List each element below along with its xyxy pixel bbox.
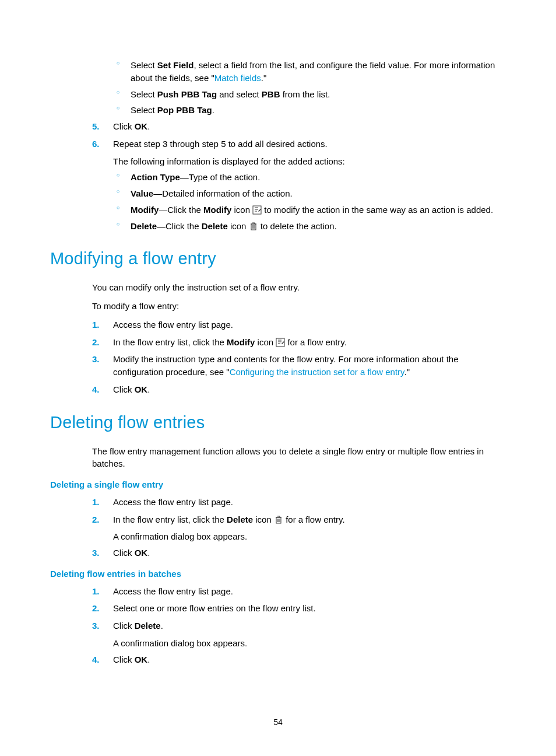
content: Select Set Field, select a field from th… — [92, 59, 506, 666]
text: icon — [255, 337, 276, 347]
step-number: 2. — [92, 602, 100, 615]
text: . — [147, 384, 150, 394]
step-6: 6. Repeat step 3 through step 5 to add a… — [92, 138, 506, 150]
list-item: Select Pop PBB Tag. — [113, 104, 506, 117]
bold-text: PBB — [262, 89, 280, 99]
paragraph: To modify a flow entry: — [92, 300, 506, 313]
step-number: 1. — [92, 318, 100, 331]
paragraph: A confirmation dialog box appears. — [113, 530, 506, 543]
text: Select — [131, 60, 157, 70]
paragraph: The flow entry management function allow… — [92, 445, 506, 471]
step-2: 2. In the flow entry list, click the Del… — [92, 513, 506, 526]
text: . — [147, 548, 150, 558]
step-3: 3. Modify the instruction type and conte… — [92, 353, 506, 379]
text: Click — [113, 654, 135, 664]
text: . — [212, 105, 214, 115]
text: and select — [217, 89, 262, 99]
link-configuring-instruction-set[interactable]: Configuring the instruction set for a fl… — [230, 367, 404, 377]
bold-text: Delete — [227, 514, 253, 524]
step-number: 2. — [92, 336, 100, 349]
text: to modify the action in the same way as … — [262, 205, 493, 215]
bold-text: Delete — [202, 221, 228, 231]
step-4: 4. Click OK. — [92, 383, 506, 396]
text: —Type of the action. — [180, 172, 261, 182]
step-number: 4. — [92, 653, 100, 666]
bold-text: Modify — [227, 337, 255, 347]
text: icon — [253, 514, 274, 524]
step-number: 6. — [92, 138, 100, 150]
step-2: 2. In the flow entry list, click the Mod… — [92, 336, 506, 349]
text: Click — [113, 121, 135, 131]
text: Select — [131, 105, 157, 115]
step-1: 1. Access the flow entry list page. — [92, 318, 506, 331]
text: —Click the — [159, 205, 203, 215]
bold-text: Delete — [131, 221, 157, 231]
bold-text: Modify — [131, 205, 159, 215]
heading-delete-single: Deleting a single flow entry — [50, 478, 506, 491]
list-item: Modify—Click the Modify icon to modify t… — [113, 204, 506, 216]
list-item: Delete—Click the Delete icon to delete t… — [113, 220, 506, 233]
bold-text: OK — [135, 548, 148, 558]
document-page: Select Set Field, select a field from th… — [0, 0, 556, 756]
bold-text: OK — [135, 384, 148, 394]
text: . — [147, 121, 150, 131]
step-1: 1. Access the flow entry list page. — [92, 585, 506, 598]
paragraph: The following information is displayed f… — [113, 155, 506, 168]
step-3: 3. Click Delete. — [92, 620, 506, 632]
step-number: 4. — [92, 383, 100, 396]
bold-text: OK — [135, 654, 148, 664]
text: Access the flow entry list page. — [113, 586, 233, 596]
bold-text: Value — [131, 188, 153, 198]
step-number: 3. — [92, 620, 100, 632]
text: Select — [131, 89, 157, 99]
step-number: 2. — [92, 513, 100, 526]
heading-modifying: Modifying a flow entry — [50, 246, 506, 271]
paragraph: A confirmation dialog box appears. — [113, 637, 506, 650]
text: to delete the action. — [258, 221, 337, 231]
bold-text: Pop PBB Tag — [157, 105, 212, 115]
text: for a flow entry. — [283, 514, 345, 524]
text: In the flow entry list, click the — [113, 337, 227, 347]
text: Select one or more flow entries on the f… — [113, 603, 316, 613]
text: ." — [261, 73, 267, 83]
text: for a flow entry. — [285, 337, 347, 347]
step-3: 3. Click OK. — [92, 547, 506, 559]
page-number: 54 — [0, 716, 556, 728]
text: Repeat step 3 through step 5 to add all … — [113, 139, 328, 149]
text: In the flow entry list, click the — [113, 514, 227, 524]
step-number: 1. — [92, 585, 100, 598]
bold-text: Action Type — [131, 172, 180, 182]
step-5: 5. Click OK. — [92, 120, 506, 133]
list-item: Value—Detailed information of the action… — [113, 187, 506, 200]
paragraph: You can modify only the instruction set … — [92, 281, 506, 294]
step-2: 2. Select one or more flow entries on th… — [92, 602, 506, 615]
text: Access the flow entry list page. — [113, 497, 233, 507]
bold-text: Set Field — [157, 60, 194, 70]
text: Click — [113, 621, 135, 631]
text: icon — [231, 205, 252, 215]
text: icon — [228, 221, 249, 231]
list-item: Select Push PBB Tag and select PBB from … — [113, 88, 506, 101]
step-number: 3. — [92, 547, 100, 559]
delete-icon — [249, 222, 258, 231]
heading-deleting: Deleting flow entries — [50, 410, 506, 435]
text: Click — [113, 384, 135, 394]
step-1: 1. Access the flow entry list page. — [92, 496, 506, 509]
text: from the list. — [280, 89, 330, 99]
text: Click — [113, 548, 135, 558]
step-number: 5. — [92, 120, 100, 133]
text: Access the flow entry list page. — [113, 320, 233, 330]
text: —Click the — [157, 221, 202, 231]
delete-icon — [274, 515, 283, 524]
link-match-fields[interactable]: Match fields — [214, 73, 261, 83]
bold-text: Push PBB Tag — [157, 89, 217, 99]
bold-text: Delete — [135, 621, 161, 631]
text: —Detailed information of the action. — [153, 188, 292, 198]
step-number: 3. — [92, 353, 100, 366]
step-4: 4. Click OK. — [92, 653, 506, 666]
step-number: 1. — [92, 496, 100, 509]
heading-delete-batch: Deleting flow entries in batches — [50, 568, 506, 580]
bold-text: Modify — [203, 205, 231, 215]
modify-icon — [252, 205, 262, 215]
modify-icon — [276, 338, 285, 347]
